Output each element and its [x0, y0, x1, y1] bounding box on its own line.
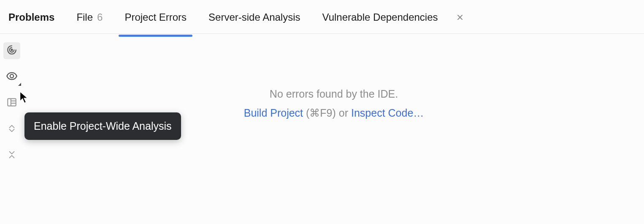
expand-all-icon — [7, 124, 16, 135]
or-text: or — [339, 107, 351, 119]
expand-all-button[interactable] — [3, 121, 20, 138]
status-message: No errors found by the IDE. — [270, 88, 398, 100]
sidebar — [0, 34, 24, 224]
svg-rect-4 — [8, 98, 16, 106]
svg-point-3 — [10, 74, 14, 78]
collapse-all-button[interactable] — [3, 147, 20, 164]
tab-problems-title: Problems — [8, 11, 54, 23]
build-project-link[interactable]: Build Project — [244, 107, 303, 119]
view-options-button[interactable] — [3, 68, 20, 85]
collapse-all-icon — [7, 150, 16, 161]
dropdown-corner-icon — [18, 83, 21, 86]
body-area: No errors found by the IDE. Build Projec… — [0, 34, 644, 224]
inspect-code-link[interactable]: Inspect Code… — [351, 107, 424, 119]
shortcut-text: (⌘F9) — [303, 107, 339, 119]
tab-file-label: File — [76, 11, 93, 23]
tabs-bar: Problems File 6 Project Errors Server-si… — [0, 0, 644, 34]
tab-vulnerable-label: Vulnerable Dependencies — [322, 11, 438, 23]
tab-file-count: 6 — [97, 11, 103, 23]
tab-file[interactable]: File 6 — [76, 11, 103, 23]
svg-point-2 — [11, 49, 12, 50]
tooltip: Enable Project-Wide Analysis — [24, 112, 181, 140]
layout-icon — [6, 97, 17, 109]
tab-vulnerable-dependencies[interactable]: Vulnerable Dependencies — [322, 11, 438, 23]
tab-server-side-analysis[interactable]: Server-side Analysis — [208, 11, 300, 23]
enable-project-wide-analysis-button[interactable] — [3, 42, 20, 59]
close-tab-icon[interactable] — [457, 14, 463, 21]
action-row: Build Project (⌘F9) or Inspect Code… — [244, 107, 424, 119]
tab-project-errors[interactable]: Project Errors — [124, 11, 187, 23]
open-editor-preview-button[interactable] — [3, 95, 20, 112]
eye-icon — [6, 70, 18, 84]
target-icon — [6, 44, 17, 57]
